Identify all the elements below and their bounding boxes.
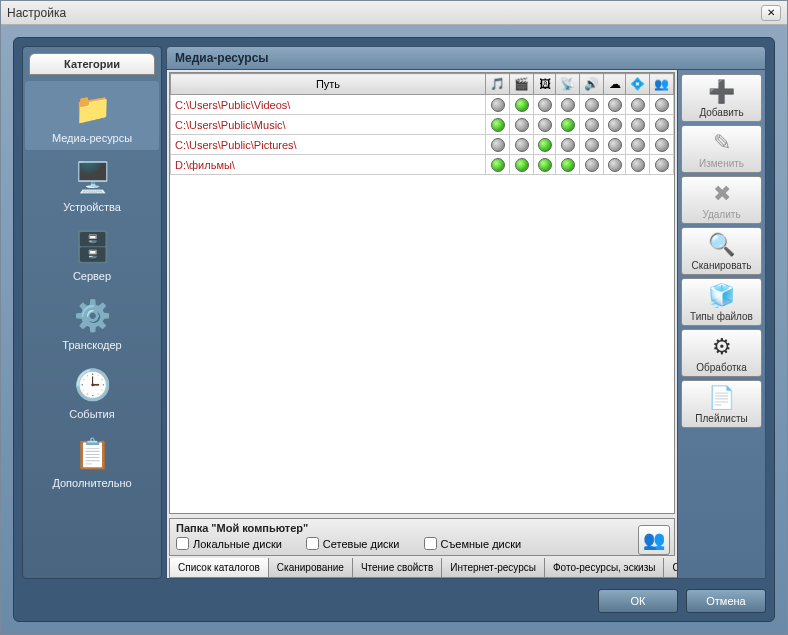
col-flag-4[interactable]: 🔊 bbox=[580, 74, 604, 95]
titlebar: Настройка ✕ bbox=[1, 1, 787, 25]
action-5[interactable]: ⚙Обработка bbox=[681, 329, 762, 377]
sidebar-item-2[interactable]: 🗄️Сервер bbox=[25, 219, 159, 288]
cell-flag[interactable] bbox=[534, 115, 556, 135]
status-dot bbox=[585, 118, 599, 132]
status-dot bbox=[515, 98, 529, 112]
action-2: ✖Удалить bbox=[681, 176, 762, 224]
chk-local-label: Локальные диски bbox=[193, 538, 282, 550]
cell-flag[interactable] bbox=[486, 115, 510, 135]
cell-flag[interactable] bbox=[556, 95, 580, 115]
tab-2[interactable]: Чтение свойств bbox=[353, 558, 442, 578]
chk-network-input[interactable] bbox=[306, 537, 319, 550]
sidebar-item-4[interactable]: 🕒События bbox=[25, 357, 159, 426]
cell-flag[interactable] bbox=[556, 115, 580, 135]
table-row[interactable]: C:\Users\Public\Videos\ bbox=[171, 95, 674, 115]
folder-users-button[interactable]: 👥 bbox=[638, 525, 670, 555]
table-row[interactable]: C:\Users\Public\Pictures\ bbox=[171, 135, 674, 155]
cell-flag[interactable] bbox=[604, 155, 626, 175]
cell-flag[interactable] bbox=[556, 135, 580, 155]
tab-0[interactable]: Список каталогов bbox=[169, 558, 269, 578]
action-4[interactable]: 🧊Типы файлов bbox=[681, 278, 762, 326]
cell-flag[interactable] bbox=[650, 115, 674, 135]
sidebar: Категории 📁Медиа-ресурсы🖥️Устройства🗄️Се… bbox=[22, 46, 162, 579]
close-icon[interactable]: ✕ bbox=[761, 5, 781, 21]
category-icon: 📁 bbox=[71, 87, 113, 129]
cell-flag[interactable] bbox=[556, 155, 580, 175]
chk-local-input[interactable] bbox=[176, 537, 189, 550]
status-dot bbox=[655, 138, 669, 152]
cell-flag[interactable] bbox=[626, 115, 650, 135]
col-flag-1[interactable]: 🎬 bbox=[510, 74, 534, 95]
status-dot bbox=[515, 158, 529, 172]
action-0[interactable]: ➕Добавить bbox=[681, 74, 762, 122]
cell-flag[interactable] bbox=[580, 155, 604, 175]
status-dot bbox=[608, 138, 622, 152]
cell-flag[interactable] bbox=[534, 135, 556, 155]
action-6[interactable]: 📄Плейлисты bbox=[681, 380, 762, 428]
folder-title: Папка "Мой компьютер" bbox=[176, 522, 668, 534]
sidebar-item-5[interactable]: 📋Дополнительно bbox=[25, 426, 159, 495]
cell-flag[interactable] bbox=[604, 135, 626, 155]
action-icon: ✎ bbox=[706, 130, 738, 156]
col-flag-2[interactable]: 🖼 bbox=[534, 74, 556, 95]
sidebar-item-3[interactable]: ⚙️Транскодер bbox=[25, 288, 159, 357]
ok-button[interactable]: ОК bbox=[598, 589, 678, 613]
col-path[interactable]: Путь bbox=[171, 74, 486, 95]
status-dot bbox=[538, 98, 552, 112]
cell-flag[interactable] bbox=[510, 95, 534, 115]
col-flag-5[interactable]: ☁ bbox=[604, 74, 626, 95]
status-dot bbox=[631, 138, 645, 152]
status-dot bbox=[585, 158, 599, 172]
action-label: Изменить bbox=[699, 158, 744, 169]
cell-flag[interactable] bbox=[626, 155, 650, 175]
cell-flag[interactable] bbox=[626, 95, 650, 115]
col-flag-6[interactable]: 💠 bbox=[626, 74, 650, 95]
chk-removable-input[interactable] bbox=[424, 537, 437, 550]
tab-4[interactable]: Фото-ресурсы, эскизы bbox=[545, 558, 664, 578]
col-flag-0[interactable]: 🎵 bbox=[486, 74, 510, 95]
status-dot bbox=[561, 118, 575, 132]
status-dot bbox=[655, 98, 669, 112]
cell-flag[interactable] bbox=[486, 95, 510, 115]
cell-flag[interactable] bbox=[626, 135, 650, 155]
chk-network[interactable]: Сетевые диски bbox=[306, 537, 400, 550]
category-icon: 🖥️ bbox=[71, 156, 113, 198]
cell-flag[interactable] bbox=[580, 115, 604, 135]
action-3[interactable]: 🔍Сканировать bbox=[681, 227, 762, 275]
tab-3[interactable]: Интернет-ресурсы bbox=[442, 558, 545, 578]
cell-flag[interactable] bbox=[650, 135, 674, 155]
cell-flag[interactable] bbox=[510, 135, 534, 155]
tab-1[interactable]: Сканирование bbox=[269, 558, 353, 578]
cell-flag[interactable] bbox=[650, 155, 674, 175]
cell-path: D:\фильмы\ bbox=[171, 155, 486, 175]
col-flag-7[interactable]: 👥 bbox=[650, 74, 674, 95]
status-dot bbox=[561, 98, 575, 112]
cell-flag[interactable] bbox=[486, 155, 510, 175]
category-label: Сервер bbox=[27, 270, 157, 282]
status-dot bbox=[538, 138, 552, 152]
category-label: Транскодер bbox=[27, 339, 157, 351]
cell-flag[interactable] bbox=[534, 155, 556, 175]
sidebar-item-1[interactable]: 🖥️Устройства bbox=[25, 150, 159, 219]
cell-flag[interactable] bbox=[486, 135, 510, 155]
cell-flag[interactable] bbox=[604, 115, 626, 135]
resource-table[interactable]: Путь🎵🎬🖼📡🔊☁💠👥C:\Users\Public\Videos\C:\Us… bbox=[170, 73, 674, 175]
status-dot bbox=[491, 158, 505, 172]
cell-flag[interactable] bbox=[510, 155, 534, 175]
cell-flag[interactable] bbox=[580, 135, 604, 155]
chk-local[interactable]: Локальные диски bbox=[176, 537, 282, 550]
cell-flag[interactable] bbox=[580, 95, 604, 115]
col-flag-3[interactable]: 📡 bbox=[556, 74, 580, 95]
cell-flag[interactable] bbox=[650, 95, 674, 115]
cell-flag[interactable] bbox=[534, 95, 556, 115]
table-row[interactable]: D:\фильмы\ bbox=[171, 155, 674, 175]
status-dot bbox=[491, 118, 505, 132]
sidebar-item-0[interactable]: 📁Медиа-ресурсы bbox=[25, 81, 159, 150]
chk-removable[interactable]: Съемные диски bbox=[424, 537, 522, 550]
cell-flag[interactable] bbox=[510, 115, 534, 135]
status-dot bbox=[561, 158, 575, 172]
table-row[interactable]: C:\Users\Public\Music\ bbox=[171, 115, 674, 135]
cell-flag[interactable] bbox=[604, 95, 626, 115]
cancel-button[interactable]: Отмена bbox=[686, 589, 766, 613]
cell-path: C:\Users\Public\Pictures\ bbox=[171, 135, 486, 155]
